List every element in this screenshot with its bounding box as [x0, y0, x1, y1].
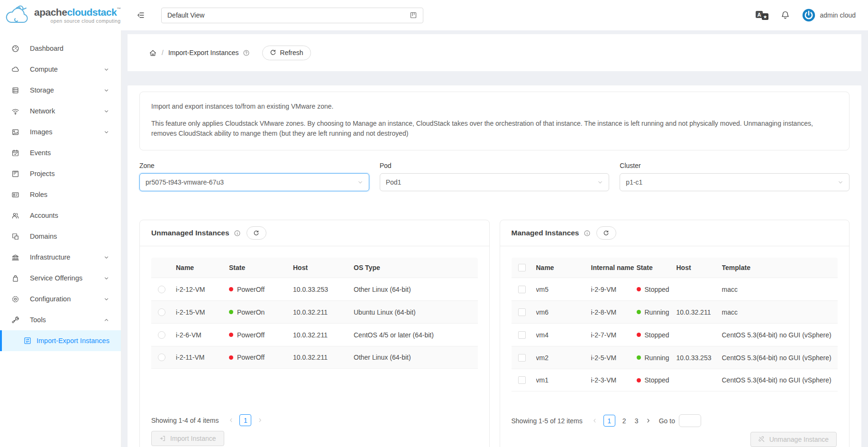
sidebar-item-network[interactable]: Network — [0, 101, 121, 121]
zone-label: Zone — [139, 162, 369, 169]
menu-fold-icon[interactable] — [137, 11, 145, 19]
accounts-users-icon — [11, 212, 19, 220]
sidebar-item-accounts[interactable]: Accounts — [0, 205, 121, 226]
notification-bell-icon[interactable] — [781, 10, 790, 20]
tools-wrench-icon — [11, 316, 19, 324]
unmanage-instance-button[interactable]: Unmanage Instance — [750, 432, 837, 447]
goto-page-input[interactable] — [679, 414, 701, 427]
brand-tagline: open source cloud computing — [34, 19, 121, 24]
row-radio[interactable] — [158, 354, 165, 361]
sidebar-item-roles[interactable]: Roles — [0, 184, 121, 205]
table-row[interactable]: vm1 i-2-3-VM Stopped CentOS 5.3(64-bit) … — [512, 369, 838, 391]
page-1-button[interactable]: 1 — [239, 414, 251, 426]
row-checkbox[interactable] — [518, 376, 526, 384]
page-3-button[interactable]: 3 — [631, 415, 642, 427]
row-checkbox[interactable] — [518, 308, 526, 316]
dashboard-icon — [11, 45, 19, 53]
goto-label: Go to — [659, 417, 675, 425]
table-row[interactable]: vm2 i-2-5-VM Running 10.0.33.253 CentOS … — [512, 346, 838, 369]
sidebar-item-events[interactable]: Events — [0, 142, 121, 163]
column-header-host: Host — [676, 264, 722, 271]
refresh-button[interactable]: Refresh — [262, 46, 311, 60]
home-icon[interactable] — [149, 49, 157, 57]
pagination-summary: Showing 1-4 of 4 items — [151, 417, 219, 424]
main-content: / Import-Export Instances Refresh Import… — [121, 30, 868, 447]
page-card: Import and export instances to/from an e… — [128, 85, 861, 447]
chevron-down-icon — [357, 179, 363, 185]
app-logo[interactable]: apachecloudstack™ open source cloud comp… — [0, 0, 121, 30]
state-dot — [637, 333, 641, 337]
column-header-state: State — [229, 264, 293, 271]
table-row[interactable]: vm5 i-2-9-VM Stopped macc — [512, 278, 838, 300]
chevron-down-icon — [104, 67, 109, 72]
column-header-os-type: OS Type — [354, 264, 478, 271]
managed-refresh-button[interactable] — [596, 226, 616, 240]
row-checkbox[interactable] — [518, 354, 526, 362]
sidebar-item-tools[interactable]: Tools — [0, 309, 121, 330]
unmanaged-refresh-button[interactable] — [247, 226, 266, 240]
table-row[interactable]: vm6 i-2-8-VM Running 10.0.32.211 macc — [512, 300, 838, 323]
managed-panel-title: Managed Instances — [512, 229, 579, 237]
chevron-down-icon — [104, 255, 109, 260]
unmanaged-pagination: Showing 1-4 of 4 items 1 — [151, 414, 478, 426]
select-all-checkbox[interactable] — [518, 264, 526, 271]
sidebar-item-dashboard[interactable]: Dashboard — [0, 38, 121, 59]
page-1-button[interactable]: 1 — [603, 415, 615, 427]
row-radio[interactable] — [158, 331, 165, 339]
projects-icon — [11, 170, 19, 178]
cloudstack-logo-icon — [5, 4, 31, 26]
sidebar-item-compute[interactable]: Compute — [0, 59, 121, 80]
state-dot — [229, 287, 233, 291]
project-view-selector[interactable]: Default View — [161, 8, 423, 23]
prev-page-icon[interactable] — [225, 414, 237, 426]
user-menu[interactable]: admin cloud — [802, 9, 856, 22]
zone-select[interactable]: pr5075-t943-vmware-67u3 — [139, 173, 369, 191]
prev-page-icon[interactable] — [589, 415, 601, 427]
row-checkbox[interactable] — [518, 286, 526, 293]
info-circle-icon[interactable] — [234, 230, 241, 237]
pod-select[interactable]: Pod1 — [380, 173, 610, 191]
next-page-icon[interactable] — [643, 415, 654, 427]
page-title: Import-Export Instances — [168, 49, 239, 56]
compute-cloud-icon — [11, 65, 19, 74]
translate-icon[interactable]: A ★ — [756, 10, 768, 20]
table-row[interactable]: i-2-11-VM PowerOff 10.0.32.211 Other Lin… — [151, 346, 478, 369]
description-line-1: Import and export instances to/from an e… — [151, 102, 838, 112]
pagination-summary: Showing 1-5 of 12 items — [512, 417, 583, 425]
sidebar-item-projects[interactable]: Projects — [0, 163, 121, 184]
sidebar-item-domains[interactable]: Domains — [0, 226, 121, 247]
row-checkbox[interactable] — [518, 331, 526, 339]
events-calendar-icon — [11, 149, 19, 157]
info-circle-icon[interactable] — [584, 230, 591, 237]
import-instance-button[interactable]: Import Instance — [151, 431, 224, 446]
breadcrumb-separator: / — [162, 49, 164, 56]
sidebar-item-infrastructure[interactable]: Infrastructure — [0, 247, 121, 268]
sidebar-item-service-offerings[interactable]: Service Offerings — [0, 268, 121, 289]
row-radio[interactable] — [158, 286, 165, 293]
sidebar-item-storage[interactable]: Storage — [0, 80, 121, 101]
table-row[interactable]: vm4 i-2-7-VM Stopped CentOS 5.3(64-bit) … — [512, 323, 838, 346]
sidebar-item-images[interactable]: Images — [0, 121, 121, 142]
state-dot — [229, 355, 233, 360]
sidebar-item-configuration[interactable]: Configuration — [0, 289, 121, 309]
table-row[interactable]: i-2-6-VM PowerOff 10.0.32.211 CentOS 4/5… — [151, 323, 478, 346]
sidebar-item-import-export-instances[interactable]: Import-Export Instances — [0, 330, 121, 351]
cluster-select-value: p1-c1 — [626, 178, 642, 186]
state-dot — [637, 310, 641, 314]
cluster-select[interactable]: p1-c1 — [620, 173, 850, 191]
svg-text:★: ★ — [763, 14, 767, 19]
unmanaged-instances-panel: Unmanaged Instances Name — [139, 220, 490, 447]
row-radio[interactable] — [158, 308, 165, 316]
username: admin cloud — [820, 11, 856, 19]
service-offerings-bag-icon — [11, 274, 19, 282]
table-row[interactable]: i-2-15-VM PowerOn 10.0.32.211 Ubuntu Lin… — [151, 300, 478, 323]
reload-icon — [270, 49, 276, 56]
page-2-button[interactable]: 2 — [619, 415, 630, 427]
managed-instances-table: Name Internal name State Host Template v… — [512, 258, 838, 411]
disconnect-icon — [758, 436, 765, 443]
reload-icon — [603, 230, 609, 236]
description-line-2: This feature only applies Cloudstack VMw… — [151, 119, 838, 139]
table-row[interactable]: i-2-12-VM PowerOff 10.0.33.253 Other Lin… — [151, 278, 478, 300]
next-page-icon[interactable] — [254, 414, 265, 426]
help-question-icon[interactable] — [243, 49, 250, 56]
